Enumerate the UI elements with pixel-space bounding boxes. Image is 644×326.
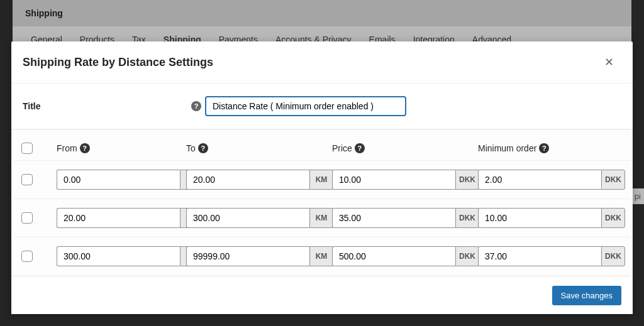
rates-table: From To Price <box>11 129 633 276</box>
modal-header: Shipping Rate by Distance Settings ✕ <box>11 41 633 84</box>
close-button[interactable]: ✕ <box>601 54 618 70</box>
save-changes-button[interactable]: Save changes <box>552 286 621 305</box>
from-input[interactable] <box>57 246 180 266</box>
table-row: KMKMDKKDKK <box>14 199 630 237</box>
table-row: KMKMDKKDKK <box>14 161 630 199</box>
unit-km: KM <box>309 246 333 266</box>
title-label-wrap: Title <box>23 101 191 111</box>
row-checkbox[interactable] <box>21 212 33 224</box>
help-icon[interactable] <box>80 143 90 153</box>
col-price-header: Price <box>332 143 365 153</box>
unit-currency: DKK <box>601 246 625 266</box>
table-header-row: From To Price <box>14 138 630 161</box>
title-field-row: Title <box>11 84 633 129</box>
modal-body: Title From To <box>11 84 633 276</box>
help-icon[interactable] <box>198 143 208 153</box>
unit-currency: DKK <box>455 170 479 190</box>
min-order-input[interactable] <box>478 246 601 266</box>
row-checkbox[interactable] <box>21 251 33 262</box>
unit-currency: DKK <box>455 246 479 266</box>
to-input[interactable] <box>186 170 309 190</box>
title-help-wrap <box>191 101 205 111</box>
rows-container: KMKMDKKDKKKMKMDKKDKKKMKMDKKDKK <box>14 161 630 276</box>
unit-currency: DKK <box>601 208 625 228</box>
help-icon[interactable] <box>355 143 365 153</box>
price-input[interactable] <box>332 170 455 190</box>
min-order-input[interactable] <box>478 208 601 228</box>
col-min-header: Minimum order <box>478 143 549 153</box>
col-from-header: From <box>57 143 90 153</box>
settings-modal: Shipping Rate by Distance Settings ✕ Tit… <box>11 41 633 314</box>
price-input[interactable] <box>332 208 455 228</box>
modal-title: Shipping Rate by Distance Settings <box>23 56 213 69</box>
from-input[interactable] <box>57 208 180 228</box>
unit-km: KM <box>309 208 333 228</box>
select-all-checkbox[interactable] <box>21 143 33 154</box>
title-input[interactable] <box>205 96 406 116</box>
to-input[interactable] <box>186 208 309 228</box>
to-input[interactable] <box>186 246 309 266</box>
title-label: Title <box>23 101 41 111</box>
unit-currency: DKK <box>455 208 479 228</box>
table-row: KMKMDKKDKK <box>14 237 630 276</box>
help-icon[interactable] <box>539 143 549 153</box>
col-to-header: To <box>186 143 208 153</box>
modal-footer: Save changes <box>11 276 633 314</box>
row-checkbox[interactable] <box>21 174 33 185</box>
from-input[interactable] <box>57 170 180 190</box>
help-icon[interactable] <box>191 101 201 111</box>
min-order-input[interactable] <box>478 170 601 190</box>
price-input[interactable] <box>332 246 455 266</box>
unit-km: KM <box>309 170 333 190</box>
unit-currency: DKK <box>601 170 625 190</box>
